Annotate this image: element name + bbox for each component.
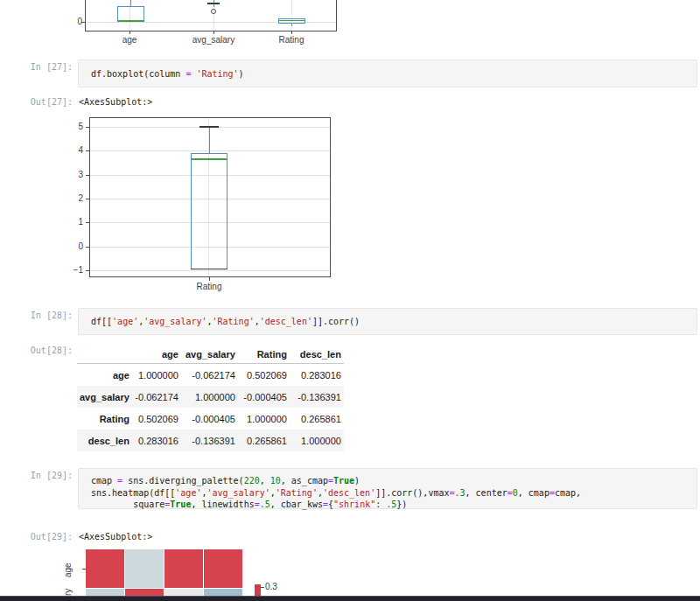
x-tick-label: Rating	[182, 282, 236, 292]
x-tick-label: Rating	[265, 35, 318, 45]
y-tick	[81, 22, 85, 23]
x-tick	[214, 31, 214, 34]
code-cell-in-27[interactable]: df.boxplot(column = 'Rating')	[78, 59, 697, 87]
box-rating	[191, 153, 228, 269]
y-tick	[86, 127, 89, 128]
table-cell: -0.000405	[238, 386, 290, 408]
prompt-out-29: Out[29]:	[24, 532, 73, 542]
table-cell: 0.265861	[238, 430, 290, 451]
code-input-28[interactable]: df[['age','avg_salary','Rating','desc_le…	[79, 316, 696, 328]
table-header-cell	[77, 341, 132, 364]
whisker-cap-avg-salary	[207, 3, 220, 4]
table-cell: -0.062174	[181, 364, 238, 387]
code-cell-in-29[interactable]: cmap = sns.diverging_palette(220, 10, as…	[78, 468, 697, 509]
code-input-29[interactable]: cmap = sns.diverging_palette(220, 10, as…	[79, 475, 696, 511]
y-tick	[86, 175, 89, 176]
prompt-out-27: Out[27]:	[24, 97, 73, 107]
axis-spine-bottom	[89, 276, 331, 277]
notebook-page: 0 age avg_salary Rating In [27]: df.boxp…	[0, 0, 700, 601]
whisker-rating	[291, 24, 292, 26]
heatmap-cell	[164, 549, 203, 588]
table-header-cell: desc_len	[290, 341, 344, 364]
heatmap-row-label-age: age	[63, 563, 74, 577]
y-tick	[86, 199, 89, 199]
colorbar-tick	[261, 587, 264, 588]
table-cell: 1.000000	[181, 386, 238, 408]
y-tick-label: 2	[67, 193, 83, 204]
axis-spine-right	[336, 0, 337, 31]
heatmap-y-tick	[82, 569, 86, 570]
x-tick	[209, 277, 210, 281]
y-tick-label: −1	[67, 265, 83, 276]
table-cell: 1.000000	[238, 408, 290, 430]
table-row: Rating0.502069-0.0004051.0000000.265861	[77, 408, 344, 430]
y-tick-label: 0	[67, 241, 83, 252]
table-row: desc_len0.283016-0.1363910.2658611.00000…	[77, 430, 344, 451]
table-row-label: age	[77, 364, 132, 387]
table-row-label: avg_salary	[77, 386, 132, 408]
table-cell: -0.136391	[181, 430, 238, 451]
table-cell: 0.283016	[132, 430, 181, 451]
y-tick	[86, 247, 89, 248]
y-tick-label: 3	[67, 170, 83, 180]
code-line: sns.heatmap(df[['age','avg_salary','Rati…	[91, 487, 696, 500]
outlier-marker	[211, 9, 216, 14]
axis-spine-bottom	[85, 31, 337, 31]
table-header-cell: age	[132, 341, 181, 364]
whisker-upper	[209, 127, 210, 153]
table-header-cell: Rating	[238, 341, 290, 364]
table-cell: 0.502069	[238, 364, 290, 387]
median-rating	[279, 20, 304, 21]
median-age	[118, 20, 144, 22]
y-tick-label: 5	[67, 122, 83, 132]
code-line: df[['age','avg_salary','Rating','desc_le…	[91, 316, 696, 328]
x-tick-label: age	[103, 35, 156, 45]
corr-table-header: ageavg_salaryRatingdesc_len	[77, 341, 344, 364]
whisker-cap-upper	[200, 126, 219, 128]
prompt-in-28: In [28]:	[24, 311, 73, 320]
heatmap-cell	[204, 549, 242, 588]
code-line: df.boxplot(column = 'Rating')	[91, 68, 696, 80]
axis-spine-left	[85, 0, 86, 31]
axis-spine-top	[89, 117, 331, 118]
table-row-label: Rating	[77, 408, 132, 430]
table-cell: -0.062174	[132, 386, 181, 408]
code-input-27[interactable]: df.boxplot(column = 'Rating')	[79, 68, 696, 80]
whisker-age	[130, 0, 131, 6]
code-cell-in-28[interactable]: df[['age','avg_salary','Rating','desc_le…	[78, 308, 697, 335]
table-cell: 1.000000	[290, 430, 344, 451]
whisker-cap-lower	[191, 269, 228, 270]
table-header-cell: avg_salary	[181, 341, 238, 364]
taskbar-edge[interactable]	[0, 596, 700, 601]
x-tick	[130, 31, 130, 34]
y-tick	[86, 270, 89, 271]
prompt-in-27: In [27]:	[24, 62, 73, 72]
corr-table: ageavg_salaryRatingdesc_len age1.000000-…	[77, 341, 344, 451]
table-cell: -0.000405	[181, 408, 238, 430]
x-tick-label: avg_salary	[170, 35, 257, 45]
x-tick	[291, 31, 292, 34]
table-row-label: desc_len	[77, 430, 132, 451]
prompt-out-28: Out[28]:	[24, 346, 73, 355]
colorbar-tick-label: 0.3	[265, 582, 283, 592]
y-tick-label: 0	[66, 17, 82, 27]
output-text-27: <AxesSubplot:>	[79, 97, 152, 107]
prompt-in-29: In [29]:	[24, 471, 73, 480]
gridline	[90, 270, 330, 271]
table-cell: 0.283016	[290, 364, 344, 387]
y-tick-label: 1	[67, 217, 83, 227]
axis-spine-left	[89, 117, 90, 277]
table-row: age1.000000-0.0621740.5020690.283016	[77, 364, 344, 387]
table-cell: 0.502069	[132, 408, 181, 430]
y-tick	[86, 150, 89, 151]
table-row: avg_salary-0.0621741.000000-0.000405-0.1…	[77, 386, 344, 408]
table-cell: 1.000000	[132, 364, 181, 387]
axis-spine-right	[330, 117, 331, 277]
median-line	[192, 158, 227, 160]
y-tick	[86, 222, 89, 223]
heatmap-cell	[86, 549, 124, 588]
output-text-29: <AxesSubplot:>	[79, 532, 152, 542]
code-line: square=True, linewidths=.5, cbar_kws={"s…	[91, 499, 696, 511]
y-tick-label: 4	[67, 145, 83, 156]
table-cell: 0.265861	[290, 408, 344, 430]
